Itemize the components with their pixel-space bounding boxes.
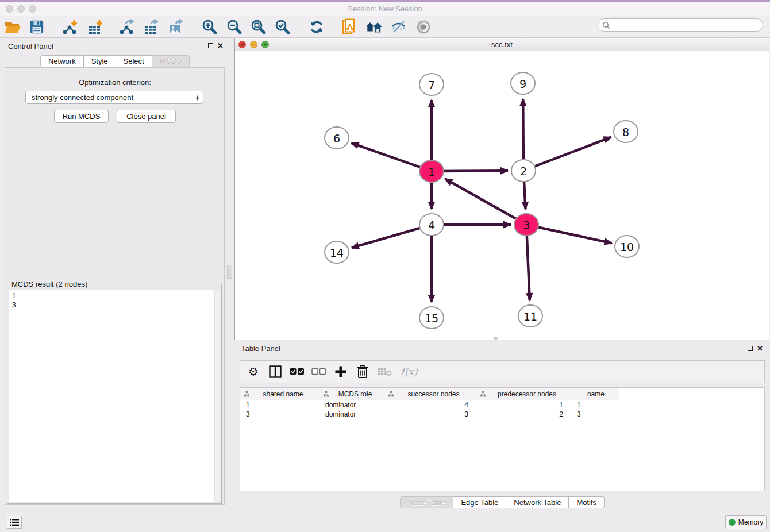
network-canvas[interactable]: 1234678910111415 xyxy=(235,51,769,340)
tab-mcds[interactable]: MCDS xyxy=(152,55,190,67)
export-network-icon[interactable] xyxy=(118,18,136,36)
minimize-window-button[interactable] xyxy=(17,5,25,13)
function-builder-icon[interactable]: f(x) xyxy=(399,364,419,379)
tab-select[interactable]: Select xyxy=(116,55,152,67)
select-all-columns-icon[interactable] xyxy=(290,364,305,379)
table-cell[interactable]: 3 xyxy=(571,410,619,418)
zoom-selected-icon[interactable] xyxy=(274,18,291,36)
table-row[interactable]: 3dominator323 xyxy=(240,410,764,419)
optimization-criterion-select[interactable]: strongly connected component ▲▼ xyxy=(25,91,203,104)
table-row[interactable]: 1dominator411 xyxy=(240,400,764,410)
control-panel-tabs: Network Style Select MCDS xyxy=(0,55,230,67)
table-settings-icon[interactable]: ⚙ xyxy=(246,364,261,379)
float-table-panel-icon[interactable] xyxy=(748,346,753,351)
export-image-icon[interactable] xyxy=(167,18,184,36)
graph-node-label: 15 xyxy=(425,312,438,325)
show-hidden-icon[interactable] xyxy=(415,18,432,36)
show-panel-list-button[interactable] xyxy=(7,516,22,529)
delete-column-icon[interactable] xyxy=(355,364,370,379)
network-window-titlebar[interactable]: ✕ − + scc.txt xyxy=(235,38,769,51)
table-cell[interactable]: dominator xyxy=(319,410,384,418)
graph-node-11[interactable]: 11 xyxy=(518,305,542,327)
window-resize-handle[interactable] xyxy=(494,337,498,340)
graph-node-4[interactable]: 4 xyxy=(419,214,444,236)
node-table[interactable]: shared nameMCDS rolesuccessor nodesprede… xyxy=(240,387,765,491)
network-view-window: ✕ − + scc.txt 1234678910111415 xyxy=(234,38,769,340)
select-spinner-icon: ▲▼ xyxy=(195,95,199,101)
minimize-view-button[interactable]: − xyxy=(250,41,257,48)
float-panel-icon[interactable] xyxy=(208,43,213,48)
zoom-out-icon[interactable] xyxy=(226,18,243,36)
graph-node-9[interactable]: 9 xyxy=(511,72,535,94)
delete-table-icon[interactable] xyxy=(377,364,392,379)
graph-edge-2-8[interactable] xyxy=(523,137,611,171)
close-view-button[interactable]: ✕ xyxy=(238,41,246,48)
search-input[interactable] xyxy=(610,21,756,30)
tab-node-table[interactable]: Node Table xyxy=(400,496,454,508)
column-header-name[interactable]: name xyxy=(571,388,619,400)
status-bar xyxy=(0,515,770,532)
graph-node-6[interactable]: 6 xyxy=(325,127,349,149)
graph-node-label: 8 xyxy=(622,126,629,138)
add-column-icon[interactable] xyxy=(333,364,348,379)
graph-node-15[interactable]: 15 xyxy=(419,307,444,329)
tab-network-table[interactable]: Network Table xyxy=(506,496,569,508)
zoom-in-icon[interactable] xyxy=(201,18,218,36)
table-cell[interactable]: 2 xyxy=(476,410,571,418)
graph-node-1[interactable]: 1 xyxy=(419,160,444,182)
table-cell[interactable]: 4 xyxy=(384,401,476,409)
search-box[interactable] xyxy=(598,18,763,32)
tab-edge-table[interactable]: Edge Table xyxy=(453,496,506,508)
table-cell[interactable]: 3 xyxy=(240,410,319,418)
zoom-fit-icon[interactable] xyxy=(250,18,267,36)
tab-network[interactable]: Network xyxy=(40,55,84,67)
scrollbar[interactable] xyxy=(214,290,220,502)
splitter-handle[interactable] xyxy=(227,265,232,279)
close-window-button[interactable] xyxy=(6,5,13,13)
close-panel-button[interactable]: Close panel xyxy=(117,110,176,123)
graph-edge-3-10[interactable] xyxy=(526,225,612,243)
table-cell[interactable]: dominator xyxy=(319,401,384,409)
mcds-result-text: 1 3 xyxy=(9,290,220,311)
graph-node-10[interactable]: 10 xyxy=(615,236,639,257)
import-table-icon[interactable] xyxy=(87,18,104,36)
maximize-view-button[interactable]: + xyxy=(261,41,269,48)
close-table-panel-icon[interactable]: ✕ xyxy=(757,345,763,352)
memory-button[interactable]: Memory xyxy=(725,515,767,529)
table-cell[interactable]: 1 xyxy=(571,401,619,409)
column-header-successor-nodes[interactable]: successor nodes xyxy=(384,388,476,400)
graph-node-2[interactable]: 2 xyxy=(511,160,536,182)
save-session-icon[interactable] xyxy=(28,18,45,36)
home-icon[interactable] xyxy=(365,18,383,36)
network-view-title: scc.txt xyxy=(235,38,769,51)
column-header-MCDS-role[interactable]: MCDS role xyxy=(319,388,384,400)
zoom-window-button[interactable] xyxy=(29,5,36,13)
refresh-layout-icon[interactable] xyxy=(308,18,325,36)
table-cell[interactable]: 1 xyxy=(476,401,571,409)
tab-motifs[interactable]: Motifs xyxy=(569,496,605,508)
deselect-all-columns-icon[interactable] xyxy=(311,364,326,379)
export-table-icon[interactable] xyxy=(143,18,160,36)
graph-edge-3-1[interactable] xyxy=(445,179,526,225)
graph-node-8[interactable]: 8 xyxy=(614,121,638,142)
tab-style[interactable]: Style xyxy=(84,55,116,67)
table-cell[interactable]: 3 xyxy=(384,410,476,418)
table-cell[interactable]: 1 xyxy=(240,401,319,409)
hide-selected-icon[interactable] xyxy=(390,18,407,36)
graph-edge-1-6[interactable] xyxy=(351,143,432,171)
graph-node-14[interactable]: 14 xyxy=(325,241,349,263)
run-mcds-button[interactable]: Run MCDS xyxy=(54,110,109,123)
network-file-icon[interactable] xyxy=(341,18,358,36)
split-columns-icon[interactable] xyxy=(268,364,283,379)
column-header-shared-name[interactable]: shared name xyxy=(240,388,319,400)
column-tree-icon xyxy=(324,391,329,397)
open-file-icon[interactable] xyxy=(4,18,21,36)
close-panel-icon[interactable]: ✕ xyxy=(217,43,224,49)
graph-node-7[interactable]: 7 xyxy=(419,74,444,95)
table-rows: 1dominator4113dominator323 xyxy=(240,400,764,419)
graph-node-3[interactable]: 3 xyxy=(514,214,538,236)
column-header-predecessor-nodes[interactable]: predecessor nodes xyxy=(476,388,571,400)
mcds-result-textarea[interactable]: 1 3 xyxy=(9,290,220,502)
column-label: name xyxy=(575,390,619,398)
import-network-icon[interactable] xyxy=(61,18,79,36)
